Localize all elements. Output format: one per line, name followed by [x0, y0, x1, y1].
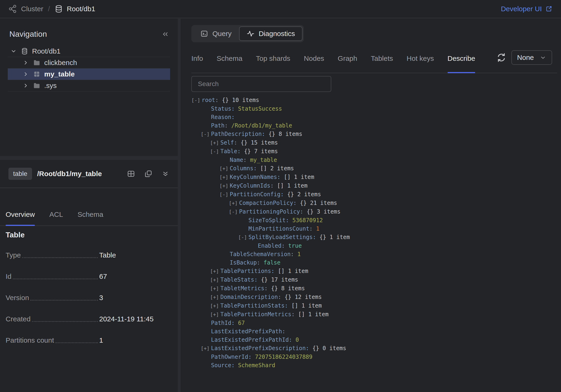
json-node-KeyColumnNames[interactable]: [+]KeyColumnNames: [] 1 item — [191, 173, 561, 181]
collapse-toggle-icon[interactable]: [-] — [238, 233, 248, 242]
json-node-LastExistedPrefixDescription[interactable]: [+]LastExistedPrefixDescription: {} 0 it… — [191, 344, 561, 353]
mode-switch: Query Diagnostics — [191, 25, 304, 42]
mode-diagnostics[interactable]: Diagnostics — [239, 26, 302, 41]
panel-splitter-vertical[interactable] — [178, 19, 181, 392]
terminal-icon — [200, 30, 208, 38]
dotted-leader — [22, 257, 98, 258]
json-node-Columns[interactable]: [+]Columns: [] 2 items — [191, 164, 561, 173]
json-node-PartitioningPolicy[interactable]: [-]PartitioningPolicy: {} 3 items — [191, 207, 561, 216]
json-node-MinPartitionsCount[interactable]: MinPartitionsCount: 1 — [191, 224, 561, 233]
json-node-Status[interactable]: Status: StatusSuccess — [191, 105, 561, 113]
tab-top-shards[interactable]: Top shards — [256, 54, 290, 73]
tab-graph[interactable]: Graph — [338, 54, 357, 73]
open-preview-icon[interactable] — [127, 170, 135, 178]
chevron-down-icon[interactable] — [11, 48, 17, 54]
json-node-root[interactable]: [-]root: {} 10 items — [191, 96, 561, 105]
expand-toggle-icon[interactable]: [+] — [210, 302, 220, 310]
object-tab-ACL[interactable]: ACL — [49, 211, 63, 225]
nav-item-clickbench[interactable]: clickbench — [8, 57, 170, 69]
json-node-PathOwnerId[interactable]: PathOwnerId: 72075186224037889 — [191, 353, 561, 361]
collapse-toggle-icon[interactable]: [-] — [191, 96, 202, 105]
json-node-IsBackup[interactable]: IsBackup: false — [191, 258, 561, 267]
json-node-Table[interactable]: [-]Table: {} 7 items — [191, 147, 561, 156]
object-tab-Overview[interactable]: Overview — [6, 211, 35, 225]
copy-icon[interactable] — [144, 170, 152, 178]
json-node-TablePartitionMetrics[interactable]: [+]TablePartitionMetrics: [] 1 item — [191, 310, 561, 319]
chevron-right-icon[interactable] — [23, 60, 29, 66]
chevron-right-icon[interactable] — [23, 71, 29, 77]
nav-item-my_table[interactable]: my_table — [8, 69, 170, 80]
collapse-toggle-icon[interactable]: [-] — [219, 191, 230, 199]
collapse-panel-button[interactable] — [162, 30, 169, 38]
dotted-leader — [55, 342, 98, 343]
json-node-LastExistedPrefixPathId[interactable]: LastExistedPrefixPathId: 0 — [191, 336, 561, 344]
mode-query[interactable]: Query — [193, 26, 239, 41]
tab-info[interactable]: Info — [191, 54, 203, 73]
expand-toggle-icon[interactable]: [+] — [210, 284, 220, 293]
chevron-right-icon[interactable] — [23, 83, 29, 89]
expand-toggle-icon[interactable]: [+] — [210, 276, 220, 284]
json-node-PathId[interactable]: PathId: 67 — [191, 319, 561, 327]
dotted-leader — [13, 279, 98, 279]
json-node-SplitByLoadSettings[interactable]: [-]SplitByLoadSettings: {} 1 item — [191, 233, 561, 242]
overview-field-partitions-count: Partitions count1 — [6, 329, 172, 351]
object-tabs: OverviewACLSchema — [0, 211, 178, 226]
json-node-TabletMetrics[interactable]: [+]TabletMetrics: {} 8 items — [191, 284, 561, 293]
json-node-TablePartitionStats[interactable]: [+]TablePartitionStats: [] 1 item — [191, 301, 561, 310]
json-node-TableSchemaVersion[interactable]: TableSchemaVersion: 1 — [191, 250, 561, 258]
json-node-PartitionConfig[interactable]: [-]PartitionConfig: {} 2 items — [191, 190, 561, 199]
json-node-Reason[interactable]: Reason: — [191, 113, 561, 121]
breadcrumb: Cluster / Root/db1 — [8, 4, 95, 13]
breadcrumb-separator: / — [48, 5, 50, 13]
dotted-leader — [32, 321, 98, 322]
expand-toggle-icon[interactable]: [+] — [219, 164, 230, 173]
expand-toggle-icon[interactable]: [+] — [229, 199, 239, 207]
expand-toggle-icon[interactable]: [+] — [210, 139, 220, 147]
chevron-down-icon — [539, 54, 547, 61]
folder-icon — [33, 59, 41, 66]
json-node-TableStats[interactable]: [+]TableStats: {} 17 items — [191, 275, 561, 284]
collapse-toggle-icon[interactable]: [-] — [210, 147, 220, 156]
object-summary-panel: table /Root/db1/my_table — [0, 160, 178, 392]
expand-toggle-icon[interactable]: [+] — [219, 173, 230, 181]
breadcrumb-entity[interactable]: Root/db1 — [67, 5, 95, 13]
expand-toggle-icon[interactable]: [+] — [210, 293, 220, 301]
tab-hot-keys[interactable]: Hot keys — [407, 54, 434, 73]
autorefresh-select[interactable]: None — [511, 50, 552, 65]
json-node-DomainDescription[interactable]: [+]DomainDescription: {} 12 items — [191, 293, 561, 301]
search-input[interactable] — [191, 76, 331, 92]
object-tab-Schema[interactable]: Schema — [77, 211, 103, 225]
json-node-Source[interactable]: Source: SchemeShard — [191, 361, 561, 370]
json-node-Self[interactable]: [+]Self: {} 15 items — [191, 138, 561, 147]
json-node-LastExistedPrefixPath[interactable]: LastExistedPrefixPath: — [191, 327, 561, 336]
folder-icon — [33, 82, 41, 89]
mode-diagnostics-label: Diagnostics — [259, 30, 295, 38]
tab-nodes[interactable]: Nodes — [304, 54, 324, 73]
developer-ui-link[interactable]: Developer UI — [501, 5, 553, 13]
tab-schema[interactable]: Schema — [217, 54, 242, 73]
collapse-toggle-icon[interactable]: [-] — [201, 130, 211, 138]
json-node-Path[interactable]: Path: /Root/db1/my_table — [191, 121, 561, 130]
json-node-PathDescription[interactable]: [-]PathDescription: {} 8 items — [191, 130, 561, 138]
json-node-Enabled[interactable]: Enabled: true — [191, 242, 561, 250]
refresh-icon[interactable] — [495, 51, 508, 64]
expand-toggle-icon[interactable]: [+] — [201, 344, 211, 353]
nav-item-.sys[interactable]: .sys — [8, 80, 170, 91]
expand-toggle-icon[interactable]: [+] — [219, 182, 230, 190]
expand-toggle-icon[interactable]: [+] — [210, 267, 220, 275]
json-node-Name[interactable]: Name: my_table — [191, 156, 561, 164]
database-icon — [54, 5, 63, 13]
collapse-toggle-icon[interactable]: [-] — [229, 208, 239, 216]
tab-tablets[interactable]: Tablets — [371, 54, 393, 73]
json-node-TablePartitions[interactable]: [+]TablePartitions: [] 1 item — [191, 267, 561, 275]
json-node-CompactionPolicy[interactable]: [+]CompactionPolicy: {} 21 items — [191, 199, 561, 207]
collapse-info-double-chevron-icon[interactable] — [162, 170, 169, 178]
json-node-KeyColumnIds[interactable]: [+]KeyColumnIds: [] 1 item — [191, 181, 561, 190]
expand-toggle-icon[interactable]: [+] — [210, 310, 220, 319]
tab-describe[interactable]: Describe — [448, 54, 475, 73]
panel-splitter-horizontal[interactable] — [0, 156, 178, 160]
navigation-tree: Root/db1clickbenchmy_table.sys — [8, 46, 170, 91]
json-node-SizeToSplit[interactable]: SizeToSplit: 536870912 — [191, 216, 561, 224]
nav-item-Root/db1[interactable]: Root/db1 — [8, 46, 170, 57]
breadcrumb-cluster[interactable]: Cluster — [21, 5, 43, 13]
